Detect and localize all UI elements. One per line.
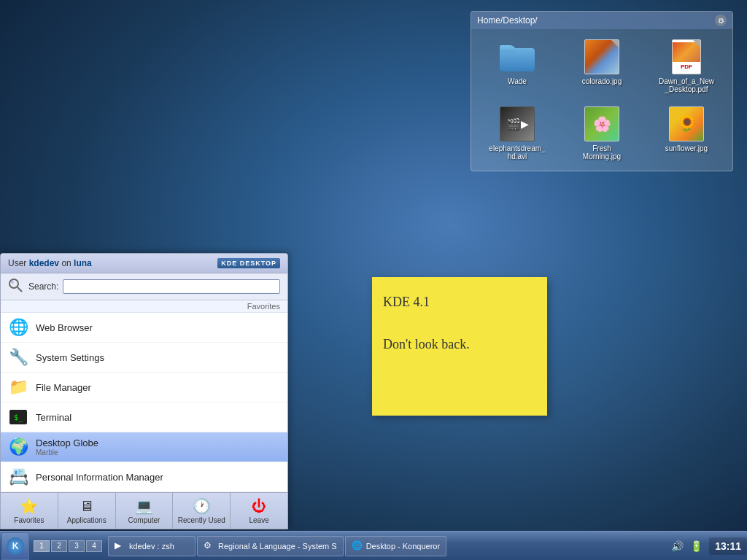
file-manager-icon: 📁 xyxy=(8,377,28,397)
pdf-icon: PDF xyxy=(669,39,704,74)
kmenu-tab-label: Favorites xyxy=(14,516,44,524)
kmenu-item-desktop-globe[interactable]: 🌍 Desktop Globe Marble xyxy=(1,432,287,462)
search-icon xyxy=(8,278,23,295)
taskbar-clock[interactable]: 13:11 xyxy=(709,537,747,555)
file-label: colorado.jpg xyxy=(582,77,622,85)
search-input[interactable] xyxy=(63,279,280,294)
kmenu-items-list: 🌐 Web Browser 🔧 System Settings 📁 File M… xyxy=(1,313,287,492)
file-label: elephantsdream_hd.avi xyxy=(488,144,546,160)
video-icon: 🎬 xyxy=(500,106,535,141)
favorites-tab-icon: ⭐ xyxy=(20,497,38,515)
kmenu-tab-label: Recently Used xyxy=(178,516,225,524)
kmenu-favorites-label: Favorites xyxy=(1,300,287,313)
kmenu-item-pim[interactable]: 📇 Personal Information Manager xyxy=(1,462,287,492)
desktop-folder: Home/Desktop/ ⚙ Wade colorado.jpg xyxy=(471,11,733,171)
svg-line-1 xyxy=(18,287,22,292)
pim-icon: 📇 xyxy=(8,467,28,487)
task-settings-label: Regional & Language - System S xyxy=(218,542,337,551)
kmenu-tab-leave[interactable]: ⏻ Leave xyxy=(231,493,287,529)
marble-icon: 🌍 xyxy=(8,437,28,457)
kmenu-button[interactable]: K xyxy=(1,532,29,560)
kde-desktop-badge: KDE DESKTOP xyxy=(217,258,280,268)
sticky-note: KDE 4.1 Don't look back. xyxy=(372,277,547,416)
kmenu-tab-computer[interactable]: 💻 Computer xyxy=(116,493,174,529)
kmenu-item-label: Terminal xyxy=(36,412,71,423)
kmenu-search-bar: Search: xyxy=(1,273,287,300)
kmenu-hostname: luna xyxy=(74,258,92,268)
system-tray: 🔊 🔋 xyxy=(664,539,709,553)
kmenu-item-label: System Settings xyxy=(36,352,104,363)
file-label: Dawn_of_a_New_Desktop.pdf xyxy=(657,77,716,93)
desktop-pager: 1 2 3 4 xyxy=(34,540,102,552)
kmenu-user-label: User xyxy=(8,258,26,268)
kmenu-tab-label: Leave xyxy=(249,516,268,524)
battery-tray-icon[interactable]: 🔋 xyxy=(689,539,703,553)
desktop-file-wade[interactable]: Wade xyxy=(479,36,556,96)
globe-icon: 🌐 xyxy=(8,317,28,338)
kmenu: User kdedev on luna KDE DESKTOP Search: … xyxy=(0,253,288,529)
pager-btn-2[interactable]: 2 xyxy=(51,540,67,552)
leave-tab-icon: ⏻ xyxy=(252,498,266,515)
taskbar: K 1 2 3 4 ▶ kdedev : zsh ⚙ Regional & La… xyxy=(0,531,747,560)
kmenu-item-subtitle: Marble xyxy=(36,448,98,456)
desktop-folder-content: Wade colorado.jpg PDF Dawn_of_a_New_Desk… xyxy=(471,29,732,171)
konqueror-small-icon: 🌐 xyxy=(352,540,363,552)
kmenu-on-label: on xyxy=(61,258,71,268)
kmenu-item-label: Web Browser xyxy=(36,322,93,333)
task-konqueror-label: Desktop - Konqueror xyxy=(366,542,441,551)
kde-logo: K xyxy=(7,537,24,555)
tasks-area: ▶ kdedev : zsh ⚙ Regional & Language - S… xyxy=(105,536,664,556)
pager-btn-3[interactable]: 3 xyxy=(69,540,85,552)
kmenu-tab-applications[interactable]: 🖥 Applications xyxy=(58,493,116,529)
kmenu-item-terminal[interactable]: $_ Terminal xyxy=(1,402,287,432)
terminal-icon: $_ xyxy=(8,407,28,427)
kmenu-item-label: File Manager xyxy=(36,382,91,393)
kmenu-header: User kdedev on luna KDE DESKTOP xyxy=(1,254,287,273)
terminal-small-icon: ▶ xyxy=(115,540,126,552)
kmenu-tab-favorites[interactable]: ⭐ Favorites xyxy=(1,493,58,529)
desktop-folder-titlebar: Home/Desktop/ ⚙ xyxy=(471,12,732,29)
kmenu-item-label: Personal Information Manager xyxy=(36,472,163,483)
task-system-settings[interactable]: ⚙ Regional & Language - System S xyxy=(197,536,344,556)
file-label: Wade xyxy=(508,77,527,85)
task-terminal-label: kdedev : zsh xyxy=(129,542,174,551)
kmenu-tabs: ⭐ Favorites 🖥 Applications 💻 Computer 🕐 … xyxy=(1,492,287,529)
desktop-file-dawn[interactable]: PDF Dawn_of_a_New_Desktop.pdf xyxy=(648,36,725,96)
task-konqueror[interactable]: 🌐 Desktop - Konqueror xyxy=(345,536,447,556)
file-label: Fresh Morning.jpg xyxy=(573,144,631,160)
kmenu-tab-recently-used[interactable]: 🕐 Recently Used xyxy=(173,493,231,529)
jpg-icon: 🌸 xyxy=(584,106,619,141)
pager-btn-4[interactable]: 4 xyxy=(86,540,102,552)
kmenu-user-info: User kdedev on luna xyxy=(8,258,92,268)
kmenu-username: kdedev xyxy=(29,258,59,268)
jpg-icon xyxy=(584,39,619,74)
search-label: Search: xyxy=(28,281,58,292)
kmenu-tab-label: Computer xyxy=(128,516,160,524)
svg-point-0 xyxy=(9,279,18,288)
pager-btn-1[interactable]: 1 xyxy=(34,540,50,552)
recently-used-tab-icon: 🕐 xyxy=(193,497,211,515)
desktop-folder-config-icon[interactable]: ⚙ xyxy=(715,15,727,26)
kmenu-item-label: Desktop Globe xyxy=(36,438,98,448)
desktop-file-sunflower[interactable]: 🌻 sunflower.jpg xyxy=(648,104,725,163)
kmenu-item-web-browser[interactable]: 🌐 Web Browser xyxy=(1,313,287,343)
volume-tray-icon[interactable]: 🔊 xyxy=(670,539,684,553)
applications-tab-icon: 🖥 xyxy=(80,498,94,515)
desktop-folder-path: Home/Desktop/ xyxy=(477,15,538,26)
kmenu-item-system-settings[interactable]: 🔧 System Settings xyxy=(1,343,287,373)
task-terminal[interactable]: ▶ kdedev : zsh xyxy=(108,536,196,556)
desktop-file-elephants[interactable]: 🎬 elephantsdream_hd.avi xyxy=(479,104,556,163)
sticky-note-text: KDE 4.1 Don't look back. xyxy=(383,292,536,354)
settings-small-icon: ⚙ xyxy=(204,540,215,552)
settings-icon: 🔧 xyxy=(8,347,28,368)
computer-tab-icon: 💻 xyxy=(135,497,153,515)
svg-point-2 xyxy=(11,281,14,284)
file-label: sunflower.jpg xyxy=(665,144,708,152)
jpg-icon: 🌻 xyxy=(669,106,704,141)
desktop: Home/Desktop/ ⚙ Wade colorado.jpg xyxy=(0,0,747,560)
desktop-file-fresh[interactable]: 🌸 Fresh Morning.jpg xyxy=(563,104,640,163)
kmenu-item-file-manager[interactable]: 📁 File Manager xyxy=(1,373,287,402)
desktop-file-colorado[interactable]: colorado.jpg xyxy=(563,36,640,96)
kmenu-tab-label: Applications xyxy=(67,516,107,524)
folder-icon xyxy=(500,39,535,74)
